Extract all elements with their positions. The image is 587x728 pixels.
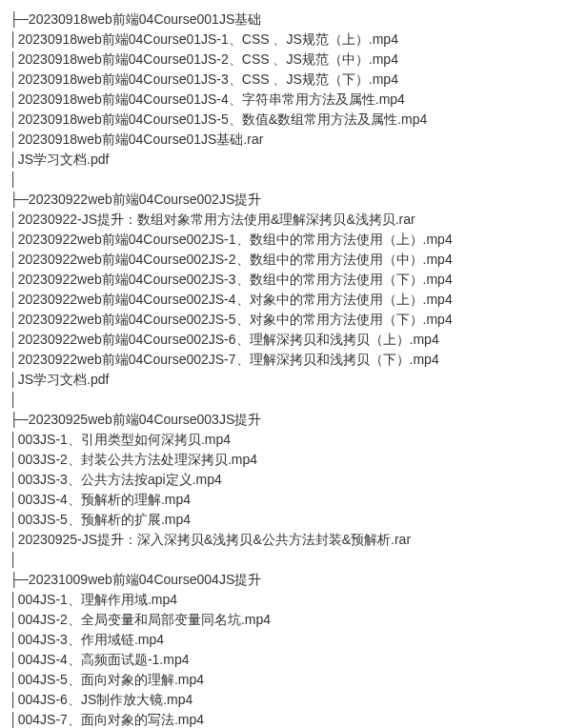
tree-branch-icon: ├─ [10,11,29,27]
tree-pipe-icon: │ [10,330,18,350]
file-name: 003JS-5、预解析的扩展.mp4 [18,512,191,527]
file-name: 20230922web前端04Course002JS-7、理解深拷贝和浅拷贝（下… [18,352,439,367]
file-name: 004JS-1、理解作用域.mp4 [18,592,177,607]
section-spacer: │ [10,390,577,410]
file-name: 004JS-5、面向对象的理解.mp4 [18,672,204,687]
file-name: JS学习文档.pdf [18,152,110,167]
file-item: │ 20230922web前端04Course002JS-5、对象中的常用方法使… [10,310,577,330]
file-name: 20230922web前端04Course002JS-5、对象中的常用方法使用（… [18,312,453,327]
file-name: 20230918web前端04Course01JS基础.rar [18,131,264,147]
file-item: │ JS学习文档.pdf [10,370,577,390]
file-item: │ 20230922web前端04Course002JS-4、对象中的常用方法使… [10,290,577,310]
file-item: │ 003JS-3、公共方法按api定义.mp4 [10,470,577,490]
file-name: 004JS-6、JS制作放大镜.mp4 [18,692,193,707]
file-name: 20230922-JS提升：数组对象常用方法使用&理解深拷贝&浅拷贝.rar [18,212,415,227]
tree-pipe-icon: │ [10,350,18,370]
tree-branch-icon: ├─ [10,572,29,587]
file-name: 003JS-2、封装公共方法处理深拷贝.mp4 [18,452,257,467]
tree-pipe-icon: │ [10,490,18,510]
section-spacer: │ [10,170,577,190]
tree-pipe-icon: │ [10,70,18,90]
file-item: │ 20230922web前端04Course002JS-7、理解深拷贝和浅拷贝… [10,350,577,370]
tree-pipe-icon: │ [10,470,18,490]
file-name: 003JS-3、公共方法按api定义.mp4 [18,472,222,487]
file-item: │ 20230918web前端04Course01JS-1、CSS 、JS规范（… [10,30,577,50]
file-name: 20230922web前端04Course002JS-4、对象中的常用方法使用（… [18,292,453,307]
file-item: │ 004JS-5、面向对象的理解.mp4 [10,670,577,690]
file-item: │ 20230922-JS提升：数组对象常用方法使用&理解深拷贝&浅拷贝.rar [10,210,577,230]
file-name: 20230918web前端04Course01JS-4、字符串常用方法及属性.m… [18,91,405,107]
section-spacer: │ [10,550,577,570]
file-item: │ 20230922web前端04Course002JS-1、数组中的常用方法使… [10,230,577,250]
file-name: JS学习文档.pdf [18,372,110,387]
tree-pipe-icon: │ [10,310,18,330]
file-name: 20230918web前端04Course01JS-3、CSS 、JS规范（下）… [18,71,398,87]
file-name: 20230922web前端04Course002JS-6、理解深拷贝和浅拷贝（上… [18,332,439,347]
file-item: │ 004JS-4、高频面试题-1.mp4 [10,650,577,670]
folder-header: ├─20230918web前端04Course001JS基础 [10,10,577,30]
file-name: 004JS-4、高频面试题-1.mp4 [18,652,190,667]
file-name: 004JS-7、面向对象的写法.mp4 [18,712,204,727]
file-name: 003JS-1、引用类型如何深拷贝.mp4 [18,432,231,447]
file-item: │ 003JS-5、预解析的扩展.mp4 [10,510,577,530]
tree-pipe-icon: │ [10,670,18,690]
file-tree: ├─20230918web前端04Course001JS基础│ 20230918… [10,10,577,728]
tree-pipe-icon: │ [10,130,18,150]
tree-pipe-icon: │ [10,590,18,610]
tree-pipe-icon: │ [10,270,18,290]
file-name: 20230918web前端04Course01JS-1、CSS 、JS规范（上）… [18,31,398,47]
file-name: 003JS-4、预解析的理解.mp4 [18,492,191,507]
tree-pipe-icon: │ [10,172,18,187]
file-item: │ 20230918web前端04Course01JS-4、字符串常用方法及属性… [10,90,577,110]
file-item: │ 004JS-1、理解作用域.mp4 [10,590,577,610]
file-item: │ 004JS-2、全局变量和局部变量同名坑.mp4 [10,610,577,630]
file-name: 004JS-2、全局变量和局部变量同名坑.mp4 [18,612,271,627]
folder-header: ├─20230922web前端04Course002JS提升 [10,190,577,210]
file-name: 20230925-JS提升：深入深拷贝&浅拷贝&公共方法封装&预解析.rar [18,532,411,547]
tree-pipe-icon: │ [10,610,18,630]
tree-pipe-icon: │ [10,290,18,310]
tree-branch-icon: ├─ [10,192,29,207]
tree-pipe-icon: │ [10,450,18,470]
folder-name: 20230918web前端04Course001JS基础 [29,11,261,27]
file-item: │ 20230922web前端04Course002JS-2、数组中的常用方法使… [10,250,577,270]
tree-pipe-icon: │ [10,392,18,407]
file-item: │ 20230922web前端04Course002JS-6、理解深拷贝和浅拷贝… [10,330,577,350]
file-item: │ 004JS-6、JS制作放大镜.mp4 [10,690,577,710]
tree-pipe-icon: │ [10,250,18,270]
file-name: 20230922web前端04Course002JS-1、数组中的常用方法使用（… [18,232,453,247]
tree-pipe-icon: │ [10,30,18,50]
file-item: │ 003JS-2、封装公共方法处理深拷贝.mp4 [10,450,577,470]
file-name: 20230922web前端04Course002JS-2、数组中的常用方法使用（… [18,252,453,267]
tree-pipe-icon: │ [10,110,18,130]
tree-pipe-icon: │ [10,552,18,567]
file-name: 20230918web前端04Course01JS-5、数值&数组常用方法及属性… [18,111,428,127]
folder-name: 20230925web前端04Course003JS提升 [29,412,261,427]
file-item: │ 20230918web前端04Course01JS-2、CSS 、JS规范（… [10,50,577,70]
folder-header: ├─20230925web前端04Course003JS提升 [10,410,577,430]
file-item: │ 20230922web前端04Course002JS-3、数组中的常用方法使… [10,270,577,290]
folder-name: 20230922web前端04Course002JS提升 [29,192,261,207]
tree-pipe-icon: │ [10,690,18,710]
tree-pipe-icon: │ [10,50,18,70]
file-name: 20230922web前端04Course002JS-3、数组中的常用方法使用（… [18,272,453,287]
file-item: │ 20230918web前端04Course01JS-3、CSS 、JS规范（… [10,70,577,90]
tree-pipe-icon: │ [10,210,18,230]
file-item: │ 20230918web前端04Course01JS-5、数值&数组常用方法及… [10,110,577,130]
file-item: │ 004JS-3、作用域链.mp4 [10,630,577,650]
file-item: │ 003JS-4、预解析的理解.mp4 [10,490,577,510]
tree-pipe-icon: │ [10,150,18,170]
file-item: │ 003JS-1、引用类型如何深拷贝.mp4 [10,430,577,450]
tree-pipe-icon: │ [10,710,18,728]
file-name: 20230918web前端04Course01JS-2、CSS 、JS规范（中）… [18,51,398,67]
folder-header: ├─20231009web前端04Course004JS提升 [10,570,577,590]
file-item: │ 20230918web前端04Course01JS基础.rar [10,130,577,150]
folder-name: 20231009web前端04Course004JS提升 [29,572,261,587]
tree-pipe-icon: │ [10,370,18,390]
file-item: │ 20230925-JS提升：深入深拷贝&浅拷贝&公共方法封装&预解析.rar [10,530,577,550]
file-item: │ JS学习文档.pdf [10,150,577,170]
file-item: │ 004JS-7、面向对象的写法.mp4 [10,710,577,728]
tree-pipe-icon: │ [10,530,18,550]
tree-pipe-icon: │ [10,630,18,650]
file-name: 004JS-3、作用域链.mp4 [18,632,164,647]
